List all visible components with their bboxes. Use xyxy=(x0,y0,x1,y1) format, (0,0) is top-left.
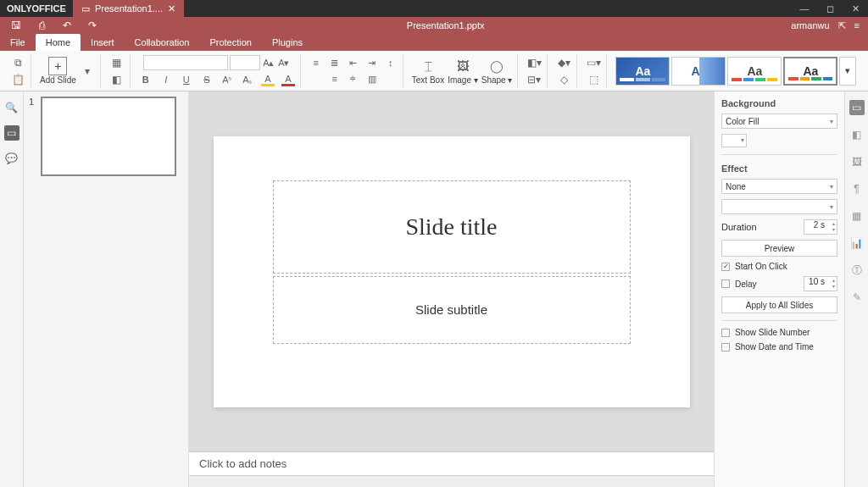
effect-subtype-select[interactable]: ▾ xyxy=(721,199,837,214)
tab-insert[interactable]: Insert xyxy=(81,34,125,51)
open-location-icon[interactable]: ⇱ xyxy=(838,20,846,31)
canvas-wrap[interactable]: Slide title Slide subtitle xyxy=(189,91,714,451)
undo-icon[interactable]: ↶ xyxy=(59,18,75,33)
underline-icon[interactable]: U xyxy=(180,73,193,86)
font-color-icon[interactable]: A xyxy=(281,73,295,86)
chart-settings-icon[interactable]: 📊 xyxy=(849,235,865,251)
image-button[interactable]: 🖼 Image ▾ xyxy=(448,58,478,85)
strike-icon[interactable]: S xyxy=(200,73,214,86)
increase-indent-icon[interactable]: ⇥ xyxy=(365,56,379,69)
window-minimize-button[interactable]: — xyxy=(792,3,817,14)
signature-settings-icon[interactable]: ✎ xyxy=(849,290,865,305)
start-on-click-checkbox[interactable]: ✓ Start On Click xyxy=(721,262,837,271)
apply-all-button[interactable]: Apply to All Slides xyxy=(721,296,837,313)
textart-settings-icon[interactable]: Ⓣ xyxy=(849,263,865,278)
tab-home[interactable]: Home xyxy=(36,34,81,51)
shape-fill-icon[interactable]: ◆▾ xyxy=(556,55,571,70)
close-tab-icon[interactable]: ✕ xyxy=(168,3,175,14)
slide-layout-dropdown-icon[interactable]: ▾ xyxy=(80,64,95,79)
tab-plugins[interactable]: Plugins xyxy=(262,34,313,51)
theme-1[interactable]: Aa xyxy=(615,57,670,86)
slide-thumbnail-row: 1 xyxy=(29,97,183,176)
slides-pane-icon[interactable]: ▭ xyxy=(4,125,19,141)
textbox-label: Text Box xyxy=(412,75,444,85)
increase-font-icon[interactable]: A▴ xyxy=(262,56,275,69)
shape-icon: ◯ xyxy=(488,58,505,75)
print-icon[interactable]: ⎙ xyxy=(34,18,49,33)
show-date-time-checkbox[interactable]: Show Date and Time xyxy=(721,342,837,351)
notes-area[interactable]: Click to add notes xyxy=(189,451,714,475)
align-objects-icon[interactable]: ⊟▾ xyxy=(526,72,542,87)
copy-icon[interactable]: ⧉ xyxy=(10,55,25,70)
background-heading: Background xyxy=(721,98,837,108)
find-icon[interactable]: 🔍 xyxy=(4,100,19,115)
duration-input[interactable]: 2 s xyxy=(804,219,837,235)
image-settings-icon[interactable]: 🖼 xyxy=(849,154,865,169)
numbering-icon[interactable]: ≣ xyxy=(328,56,342,69)
effect-select[interactable]: None▾ xyxy=(721,179,837,194)
line-spacing-icon[interactable]: ↕ xyxy=(384,56,398,69)
shape-settings-icon[interactable]: ◧ xyxy=(849,127,865,142)
textbox-button[interactable]: ⌶ Text Box xyxy=(412,58,444,85)
view-settings-icon[interactable]: ≡ xyxy=(854,20,860,30)
align-vertical-icon[interactable]: ⫩ xyxy=(347,72,360,86)
checkbox-checked-icon: ✓ xyxy=(721,263,730,271)
tab-protection[interactable]: Protection xyxy=(199,34,262,51)
background-fill-select[interactable]: Color Fill▾ xyxy=(721,113,837,129)
delay-checkbox[interactable]: Delay xyxy=(721,279,757,289)
arrange-icon[interactable]: ◧▾ xyxy=(526,55,542,70)
comments-icon[interactable]: 💬 xyxy=(4,151,19,166)
checkbox-icon xyxy=(721,329,730,337)
slide-size-icon[interactable]: ▭▾ xyxy=(586,55,601,70)
theme-3[interactable]: Aa xyxy=(727,57,782,86)
redo-icon[interactable]: ↷ xyxy=(85,18,100,33)
app-brand: ONLYOFFICE xyxy=(0,3,73,14)
table-settings-icon[interactable]: ▦ xyxy=(849,208,865,224)
paste-icon[interactable]: 📋 xyxy=(10,72,25,87)
show-slide-number-checkbox[interactable]: Show Slide Number xyxy=(721,328,837,337)
delay-input[interactable]: 10 s xyxy=(804,276,837,291)
title-placeholder[interactable]: Slide title xyxy=(273,180,631,274)
document-tab[interactable]: ▭ Presentation1.... ✕ xyxy=(73,0,184,17)
decrease-font-icon[interactable]: A▾ xyxy=(277,56,291,69)
select-all-icon[interactable]: ⬚ xyxy=(586,72,601,87)
change-layout-icon[interactable]: ▦ xyxy=(109,55,125,70)
insert-columns-icon[interactable]: ▥ xyxy=(365,72,379,86)
theme-2[interactable]: Aa xyxy=(671,57,726,86)
decrease-indent-icon[interactable]: ⇤ xyxy=(347,56,360,69)
tab-file[interactable]: File xyxy=(0,34,36,51)
document-tab-label: Presentation1.... xyxy=(95,3,163,14)
window-close-button[interactable]: ✕ xyxy=(843,3,868,14)
plus-icon: + xyxy=(48,57,67,75)
clear-style-icon[interactable]: ◇ xyxy=(556,72,571,87)
superscript-icon[interactable]: Aˢ xyxy=(220,73,234,86)
shape-button[interactable]: ◯ Shape ▾ xyxy=(481,58,513,85)
font-size-input[interactable] xyxy=(230,55,260,70)
theme-4[interactable]: Aa xyxy=(783,57,837,86)
paragraph-settings-icon[interactable]: ¶ xyxy=(849,181,865,196)
right-rail: ▭ ◧ 🖼 ¶ ▦ 📊 Ⓣ ✎ xyxy=(844,91,868,487)
save-icon[interactable]: 🖫 xyxy=(8,18,24,33)
reset-icon[interactable]: ◧ xyxy=(109,72,125,87)
username-label[interactable]: armanwu xyxy=(791,20,829,30)
background-color-swatch[interactable] xyxy=(721,134,747,147)
bold-icon[interactable]: B xyxy=(139,73,153,86)
font-name-input[interactable] xyxy=(143,55,228,70)
slide-thumbnail-1[interactable] xyxy=(41,97,176,176)
horizontal-scrollbar[interactable] xyxy=(189,475,714,487)
bullets-icon[interactable]: ≡ xyxy=(309,56,323,69)
subtitle-placeholder[interactable]: Slide subtitle xyxy=(273,276,631,344)
image-label: Image ▾ xyxy=(448,75,478,85)
tab-collaboration[interactable]: Collaboration xyxy=(125,34,200,51)
theme-gallery-dropdown[interactable]: ▾ xyxy=(839,57,856,86)
shape-label: Shape ▾ xyxy=(481,75,513,85)
subscript-icon[interactable]: Aₛ xyxy=(241,73,254,86)
add-slide-button[interactable]: + Add Slide xyxy=(40,57,76,85)
window-maximize-button[interactable]: ◻ xyxy=(817,3,843,14)
align-horizontal-icon[interactable]: ≡ xyxy=(328,72,342,86)
highlight-color-icon[interactable]: A xyxy=(261,73,275,86)
slide-canvas[interactable]: Slide title Slide subtitle xyxy=(214,136,690,407)
italic-icon[interactable]: I xyxy=(159,73,173,86)
preview-button[interactable]: Preview xyxy=(721,240,837,257)
slide-settings-icon[interactable]: ▭ xyxy=(849,100,865,115)
